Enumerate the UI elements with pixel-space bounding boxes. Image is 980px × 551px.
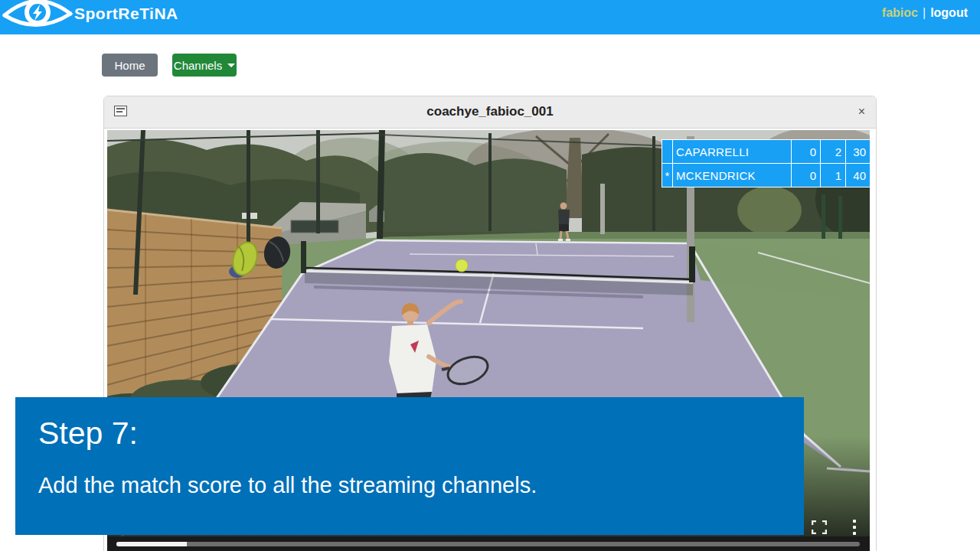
tutorial-banner: Step 7: Add the match score to all the s… bbox=[15, 397, 804, 535]
stream-panel-header: coachye_fabioc_001 × bbox=[104, 96, 876, 129]
username-label: fabioc bbox=[882, 6, 918, 19]
tutorial-step-text: Add the match score to all the streaming… bbox=[38, 473, 804, 498]
serve-indicator bbox=[662, 140, 672, 163]
player-name: MCKENDRICK bbox=[673, 164, 791, 187]
kebab-menu-icon[interactable] bbox=[853, 520, 858, 535]
home-button[interactable]: Home bbox=[102, 54, 158, 77]
app-logo-icon bbox=[2, 0, 75, 34]
user-area: fabioc|logout bbox=[882, 6, 968, 20]
close-icon[interactable]: × bbox=[858, 104, 865, 120]
score-points: 30 bbox=[846, 140, 870, 163]
channels-button-label: Channels bbox=[174, 59, 222, 72]
caret-down-icon bbox=[227, 64, 235, 67]
match-scoreboard: CAPARRELLI 0 2 30 * MCKENDRICK 0 1 40 bbox=[662, 139, 870, 187]
score-sets: 0 bbox=[792, 140, 820, 163]
progress-fill bbox=[116, 542, 187, 546]
player-name: CAPARRELLI bbox=[673, 140, 791, 163]
score-sets: 0 bbox=[792, 164, 820, 187]
logout-link[interactable]: logout bbox=[930, 6, 968, 19]
score-games: 1 bbox=[821, 164, 845, 187]
stream-title: coachye_fabioc_001 bbox=[104, 104, 876, 119]
app-header: SportReTiNA fabioc|logout bbox=[0, 0, 980, 34]
score-games: 2 bbox=[821, 140, 845, 163]
brand-title: SportReTiNA bbox=[74, 5, 178, 23]
tutorial-step-heading: Step 7: bbox=[38, 416, 804, 451]
fullscreen-icon[interactable] bbox=[812, 520, 827, 534]
score-points: 40 bbox=[846, 164, 870, 187]
progress-bar[interactable] bbox=[116, 542, 860, 546]
serve-indicator: * bbox=[662, 164, 672, 187]
separator: | bbox=[923, 6, 926, 19]
home-button-label: Home bbox=[114, 59, 145, 72]
channels-dropdown-button[interactable]: Channels bbox=[172, 54, 237, 77]
